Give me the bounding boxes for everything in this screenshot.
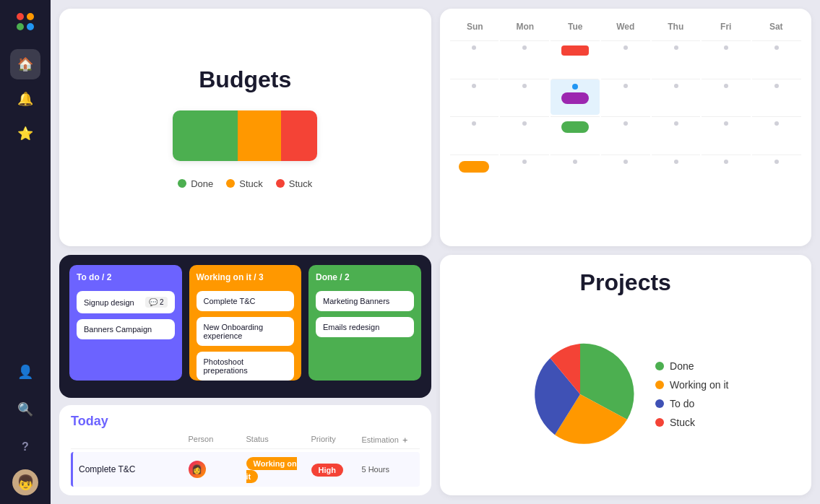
cal-cell-r4-sun[interactable] bbox=[450, 155, 499, 191]
cal-cell-r4-thu[interactable] bbox=[652, 155, 701, 191]
cal-header-thu: Thu bbox=[651, 19, 702, 35]
kanban-item-photoshoot-text: Photoshoot preperations bbox=[204, 357, 288, 375]
cal-cell-r2-thu[interactable] bbox=[652, 79, 701, 116]
sidebar-item-favorites[interactable]: ⭐ bbox=[10, 118, 40, 149]
kanban-col-done: Done / 2 Marketing Banners Emails redesi… bbox=[308, 265, 421, 381]
proj-done-label: Done bbox=[670, 360, 694, 372]
sidebar-item-search[interactable]: 🔍 bbox=[10, 394, 40, 425]
cal-cell-r2-sun[interactable] bbox=[450, 79, 499, 116]
sidebar-item-help[interactable]: ? bbox=[10, 432, 40, 462]
kanban-item-banners[interactable]: Banners Campaign bbox=[77, 319, 175, 339]
projects-card: Projects Done bbox=[440, 255, 812, 495]
kanban-card: To do / 2 Signup design 💬 2 Banners Camp… bbox=[59, 255, 431, 398]
kanban-item-marketing[interactable]: Marketing Banners bbox=[316, 291, 414, 311]
cal-cell-r4-tue[interactable] bbox=[551, 155, 600, 191]
projects-content: Done Working on it To do Stuck bbox=[454, 308, 798, 481]
kanban-item-photoshoot[interactable]: Photoshoot preperations bbox=[197, 352, 295, 381]
status-cell: Working on it bbox=[246, 456, 311, 482]
done-header: Done / 2 bbox=[316, 272, 414, 282]
cal-cell-r1-sat[interactable] bbox=[752, 40, 801, 77]
legend-done-proj: Done bbox=[655, 360, 728, 372]
cal-cell-r2-sat[interactable] bbox=[752, 79, 801, 116]
stuck2-dot bbox=[276, 179, 285, 188]
estimation-value: 5 Hours bbox=[362, 465, 420, 474]
legend-done: Done bbox=[178, 178, 213, 189]
sidebar-item-notifications[interactable]: 🔔 bbox=[10, 84, 40, 114]
cal-cell-r1-thu[interactable] bbox=[652, 40, 701, 77]
kanban-item-marketing-text: Marketing Banners bbox=[323, 297, 389, 305]
kanban-item-signup-text: Signup design bbox=[84, 298, 134, 307]
kanban-item-onboarding-text: New Onboarding experience bbox=[204, 323, 288, 340]
budget-done-segment bbox=[173, 110, 238, 161]
projects-title: Projects bbox=[454, 269, 798, 296]
pie-svg bbox=[522, 336, 638, 452]
proj-todo-dot bbox=[655, 399, 664, 408]
col-status: Status bbox=[246, 435, 311, 446]
status-badge-working: Working on it bbox=[246, 457, 297, 483]
today-row[interactable]: Complete T&C 👩 Working on it High 5 Hour… bbox=[71, 452, 420, 487]
user-avatar[interactable]: 👦 bbox=[12, 469, 38, 495]
kanban-item-signup[interactable]: Signup design 💬 2 bbox=[77, 291, 175, 313]
cal-header-sun: Sun bbox=[450, 19, 501, 35]
cal-header-sat: Sat bbox=[751, 19, 802, 35]
today-section: Today Person Status Priority Estimation … bbox=[59, 405, 431, 495]
kanban-item-onboarding[interactable]: New Onboarding experience bbox=[197, 317, 295, 346]
today-table-header: Person Status Priority Estimation ＋ bbox=[71, 435, 420, 449]
cal-cell-r1-tue[interactable] bbox=[551, 40, 600, 77]
proj-stuck-dot bbox=[655, 418, 664, 427]
kanban-item-emails[interactable]: Emails redesign bbox=[316, 317, 414, 337]
cal-cell-r1-wed[interactable] bbox=[601, 40, 650, 77]
cal-header-mon: Mon bbox=[500, 19, 551, 35]
cal-cell-r3-thu[interactable] bbox=[652, 116, 701, 153]
pie-chart bbox=[522, 336, 638, 452]
cal-header-fri: Fri bbox=[701, 19, 751, 35]
proj-todo-label: To do bbox=[670, 398, 694, 409]
kanban-board: To do / 2 Signup design 💬 2 Banners Camp… bbox=[69, 265, 421, 381]
cal-cell-r1-sun[interactable] bbox=[450, 40, 499, 77]
done-dot bbox=[178, 179, 186, 188]
kanban-item-tandc[interactable]: Complete T&C bbox=[197, 291, 295, 311]
stuck1-dot bbox=[226, 179, 235, 188]
cal-cell-r3-mon[interactable] bbox=[500, 116, 549, 153]
kanban-col-working: Working on it / 3 Complete T&C New Onboa… bbox=[189, 265, 302, 381]
kanban-item-tandc-text: Complete T&C bbox=[204, 297, 256, 305]
calendar-grid bbox=[450, 40, 802, 229]
sidebar: 🏠 🔔 ⭐ 👤 🔍 ? 👦 bbox=[0, 0, 51, 504]
sidebar-item-home[interactable]: 🏠 bbox=[10, 49, 40, 79]
legend-stuck-proj: Stuck bbox=[655, 417, 728, 428]
sidebar-item-people[interactable]: 👤 bbox=[10, 357, 40, 387]
cal-cell-r2-fri[interactable] bbox=[702, 79, 751, 116]
sidebar-nav: 🏠 🔔 ⭐ bbox=[10, 49, 40, 357]
cal-cell-r4-wed[interactable] bbox=[601, 155, 650, 191]
priority-badge-high: High bbox=[311, 464, 343, 477]
today-person: 👩 bbox=[189, 461, 246, 478]
done-label: Done bbox=[191, 178, 213, 189]
cal-cell-r2-mon[interactable] bbox=[500, 79, 549, 116]
cal-cell-r2-wed[interactable] bbox=[601, 79, 650, 116]
cal-cell-r4-mon[interactable] bbox=[500, 155, 549, 191]
cal-cell-r3-tue[interactable] bbox=[551, 116, 600, 153]
col-person: Person bbox=[189, 435, 246, 446]
cal-cell-r1-mon[interactable] bbox=[500, 40, 549, 77]
cal-cell-r4-sat[interactable] bbox=[752, 155, 801, 191]
cal-cell-r2-tue[interactable] bbox=[551, 79, 600, 116]
stuck1-label: Stuck bbox=[239, 178, 263, 189]
proj-working-label: Working on it bbox=[670, 379, 728, 391]
legend-stuck2: Stuck bbox=[276, 178, 313, 189]
cal-cell-r3-wed[interactable] bbox=[601, 116, 650, 153]
kanban-item-banners-text: Banners Campaign bbox=[84, 325, 152, 334]
cal-cell-r3-sat[interactable] bbox=[752, 116, 801, 153]
cal-cell-r3-sun[interactable] bbox=[450, 116, 499, 153]
cal-cell-r4-fri[interactable] bbox=[702, 155, 751, 191]
col-task bbox=[71, 435, 189, 446]
cal-cell-r3-fri[interactable] bbox=[702, 116, 751, 153]
bottom-left: To do / 2 Signup design 💬 2 Banners Camp… bbox=[59, 255, 431, 495]
col-priority: Priority bbox=[311, 435, 362, 446]
budget-stuck1-segment bbox=[238, 110, 281, 161]
projects-legend: Done Working on it To do Stuck bbox=[655, 360, 728, 428]
stuck2-label: Stuck bbox=[289, 178, 313, 189]
cal-header-wed: Wed bbox=[600, 19, 651, 35]
cal-cell-r1-fri[interactable] bbox=[702, 40, 751, 77]
budgets-card: Budgets Done Stuck Stuck bbox=[59, 9, 431, 246]
budget-stuck2-segment bbox=[281, 110, 317, 161]
